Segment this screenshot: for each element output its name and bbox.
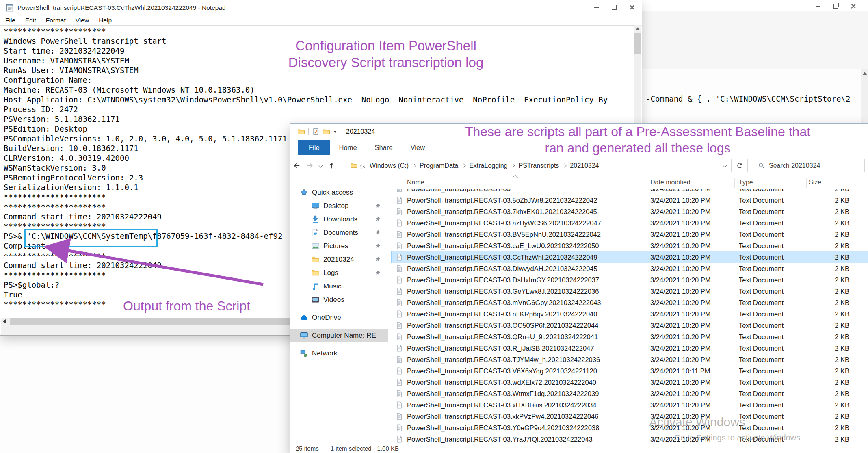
sidebar-item-desktop[interactable]: Desktop [290, 199, 388, 212]
quick-access-toolbar-dropdown-icon[interactable] [333, 131, 337, 133]
column-header-size[interactable]: Size [809, 179, 821, 186]
downloads-icon [311, 215, 320, 223]
notepad-minimize-button[interactable] [587, 2, 605, 13]
notepad-maximize-button[interactable] [605, 2, 623, 13]
menu-help[interactable]: Help [94, 17, 117, 24]
breadcrumb-extralogging[interactable]: ExtraLogging [467, 162, 510, 169]
file-row-partial[interactable]: PowerShell_transcript.RECAST-033/24/2021… [392, 189, 868, 195]
menu-file[interactable]: File [4, 17, 20, 24]
bg-close-button[interactable] [844, 1, 862, 11]
file-row[interactable]: PowerShell_transcript.RECAST-03.CcThzWhl… [392, 251, 868, 263]
file-row[interactable]: PowerShell_transcript.RECAST-03.xHXBt+us… [392, 399, 868, 411]
address-bar[interactable]: Windows (C:)ProgramDataExtraLoggingPSTra… [347, 159, 732, 172]
file-row[interactable]: PowerShell_transcript.RECAST-03.BV5EpNnU… [392, 229, 868, 240]
file-row[interactable]: PowerShell_transcript.RECAST-03.mVnG6Gpy… [392, 297, 868, 308]
text-document-icon [396, 424, 403, 432]
breadcrumb-20210324[interactable]: 20210324 [567, 162, 601, 169]
column-header-type[interactable]: Type [739, 179, 753, 186]
file-date-modified: 3/24/2021 10:20 PM [650, 320, 711, 331]
column-divider[interactable] [647, 178, 647, 188]
search-input[interactable]: Search 20210324 [753, 159, 865, 172]
chevron-right-icon[interactable] [462, 164, 466, 168]
file-row-content: PowerShell_transcript.RECAST-03.azHyWCS6… [392, 217, 868, 229]
sidebar-item-onedrive[interactable]: OneDrive [290, 311, 388, 324]
tab-file[interactable]: File [298, 140, 330, 155]
file-size: 2 KB [835, 365, 849, 377]
documents-icon [311, 228, 320, 237]
file-row[interactable]: PowerShell_transcript.RECAST-03.caE_LwU0… [392, 240, 868, 251]
tab-view[interactable]: View [402, 140, 434, 155]
refresh-button[interactable] [732, 159, 748, 172]
file-name: PowerShell_transcript.RECAST-03.7khxEK01… [407, 206, 597, 217]
file-row[interactable]: PowerShell_transcript.RECAST-03.Y0eGP9o4… [392, 422, 868, 433]
sidebar-item-music[interactable]: Music [290, 280, 388, 293]
notepad-close-button[interactable] [623, 2, 641, 13]
file-row[interactable]: PowerShell_transcript.RECAST-03.OC50SP6f… [392, 320, 868, 331]
sidebar-item-documents[interactable]: Documents [290, 226, 388, 239]
chevron-right-icon[interactable] [563, 164, 567, 168]
breadcrumb-windows-c[interactable]: Windows (C:) [367, 162, 411, 169]
tab-share[interactable]: Share [366, 140, 402, 155]
file-row[interactable]: PowerShell_transcript.RECAST-03.WtmxF1dg… [392, 388, 868, 399]
properties-icon[interactable] [312, 128, 319, 135]
breadcrumb-pstranscripts[interactable]: PSTranscripts [516, 162, 561, 169]
recent-locations-button[interactable] [316, 164, 325, 167]
arrow-left-icon [293, 162, 301, 169]
file-row[interactable]: PowerShell_transcript.RECAST-03.7khxEK01… [392, 206, 868, 217]
file-row[interactable]: PowerShell_transcript.RECAST-03.azHyWCS6… [392, 217, 868, 229]
close-icon [630, 5, 634, 10]
file-row-content: PowerShell_transcript.RECAST-03.QRn+U_9j… [392, 331, 868, 342]
file-size: 2 KB [835, 297, 849, 308]
file-row[interactable]: PowerShell_transcript.RECAST-03.QRn+U_9j… [392, 331, 868, 342]
file-row[interactable]: PowerShell_transcript.RECAST-03.xkPVzPw4… [392, 411, 868, 422]
sidebar-item-quick-access[interactable]: Quick access [290, 186, 388, 199]
arrow-right-icon [306, 162, 314, 169]
menu-view[interactable]: View [71, 17, 94, 24]
file-row[interactable]: PowerShell_transcript.RECAST-03.R_iJaiSB… [392, 342, 868, 354]
file-row-content: PowerShell_transcript.RECAST-03.DlwvydAH… [392, 263, 868, 274]
notepad-titlebar[interactable]: PowerShell_transcript.RECAST-03.CcThzWhl… [0, 0, 642, 15]
text-document-icon [396, 299, 403, 307]
breadcrumb-programdata[interactable]: ProgramData [417, 162, 461, 169]
column-divider[interactable] [860, 178, 860, 188]
minimize-icon [816, 6, 820, 7]
scrollbar-thumb[interactable] [634, 33, 641, 54]
sidebar-item-videos[interactable]: Videos [290, 293, 388, 306]
separator [308, 128, 309, 135]
sidebar-item-pictures[interactable]: Pictures [290, 239, 388, 253]
file-row[interactable]: PowerShell_transcript.RECAST-03.V6X6sYqg… [392, 365, 868, 377]
file-size: 2 KB [835, 251, 849, 263]
sidebar-item-downloads[interactable]: Downloads [290, 212, 388, 226]
menu-format[interactable]: Format [41, 17, 71, 24]
bg-restore-button[interactable] [827, 1, 844, 11]
sidebar-item-computer-name-re[interactable]: Computer Name: RE [290, 329, 388, 342]
file-row[interactable]: PowerShell_transcript.RECAST-03.TJYM4w_h… [392, 354, 868, 365]
column-header-name[interactable]: Name [407, 179, 424, 186]
sidebar-item-logs[interactable]: Logs [290, 266, 388, 280]
chevron-right-icon[interactable] [511, 164, 515, 168]
address-dropdown-icon[interactable] [723, 164, 727, 168]
sidebar-item-20210324[interactable]: 20210324 [290, 253, 388, 266]
menu-edit[interactable]: Edit [20, 17, 41, 24]
column-header-date-modified[interactable]: Date modified [650, 179, 691, 186]
file-row[interactable]: PowerShell_transcript.RECAST-03.nLKRp6qv… [392, 308, 868, 320]
bg-minimize-button[interactable] [809, 1, 827, 11]
tab-home[interactable]: Home [330, 140, 366, 155]
forward-button[interactable] [303, 162, 316, 169]
back-button[interactable] [290, 162, 303, 169]
file-row-content: PowerShell_transcript.RECAST-03.V6X6sYqg… [392, 365, 868, 377]
file-row[interactable]: PowerShell_transcript.RECAST-03.5oZbJWr8… [392, 195, 868, 206]
column-divider[interactable] [806, 178, 807, 188]
new-folder-icon[interactable] [323, 128, 330, 136]
file-row[interactable]: PowerShell_transcript.RECAST-03.wdXElx72… [392, 377, 868, 388]
file-row[interactable]: PowerShell_transcript.RECAST-03.DsHxImGY… [392, 274, 868, 286]
sidebar-item-network[interactable]: Network [290, 347, 388, 360]
up-button[interactable] [325, 162, 338, 169]
file-row[interactable]: PowerShell_transcript.RECAST-03.DlwvydAH… [392, 263, 868, 274]
file-type: Text Document [739, 411, 784, 422]
background-vertical-scrollbar[interactable] [861, 69, 868, 123]
column-divider[interactable] [734, 178, 735, 188]
file-row[interactable]: PowerShell_transcript.RECAST-03.GeYLwx8J… [392, 286, 868, 297]
chevron-right-icon[interactable] [412, 164, 416, 168]
text-document-icon [396, 390, 403, 398]
